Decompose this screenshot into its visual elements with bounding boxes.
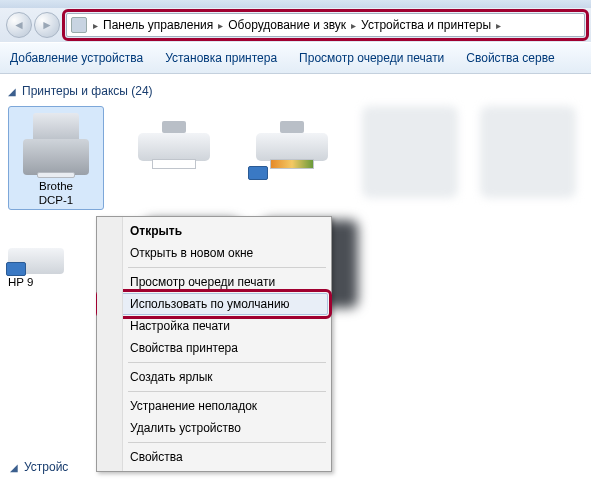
back-button[interactable]: ◄	[6, 12, 32, 38]
menu-open-new-window[interactable]: Открыть в новом окне	[100, 242, 328, 264]
menu-view-queue[interactable]: Просмотр очереди печати	[100, 271, 328, 293]
shared-badge-icon	[6, 262, 26, 276]
chevron-right-icon: ▸	[216, 20, 225, 31]
menu-properties[interactable]: Свойства	[100, 446, 328, 468]
context-menu: Открыть Открыть в новом окне Просмотр оч…	[96, 216, 332, 472]
printer-item[interactable]	[244, 106, 340, 210]
menu-separator	[128, 391, 326, 392]
menu-print-settings[interactable]: Настройка печати	[100, 315, 328, 337]
address-bar-row: ◄ ► ▸ Панель управления ▸ Оборудование и…	[0, 8, 591, 42]
devices-group-header[interactable]: ◢ Устройс	[10, 460, 68, 474]
menu-troubleshoot[interactable]: Устранение неполадок	[100, 395, 328, 417]
inkjet-photo-printer-icon	[256, 115, 328, 167]
device-label: BrotheDCP-1	[39, 179, 74, 207]
context-menu-gutter	[97, 217, 123, 471]
breadcrumb[interactable]: ▸ Панель управления ▸ Оборудование и зву…	[66, 13, 585, 37]
device-label: HP 9	[8, 276, 78, 288]
chevron-right-icon: ▸	[349, 20, 358, 31]
printers-group-title: Принтеры и факсы (24)	[22, 84, 153, 98]
command-bar: Добавление устройства Установка принтера…	[0, 42, 591, 74]
devices-group-title: Устройс	[24, 460, 68, 474]
breadcrumb-seg-control-panel[interactable]: Панель управления	[100, 18, 216, 32]
printer-item-blurred[interactable]	[480, 106, 576, 198]
chevron-right-icon: ▸	[494, 20, 503, 31]
printer-item[interactable]	[8, 226, 64, 274]
server-properties-button[interactable]: Свойства серве	[466, 51, 554, 65]
menu-separator	[128, 362, 326, 363]
collapse-icon: ◢	[10, 462, 18, 473]
menu-separator	[128, 267, 326, 268]
printer-item-blurred[interactable]	[362, 106, 458, 198]
menu-set-default[interactable]: Использовать по умолчанию	[100, 293, 328, 315]
chevron-right-icon: ▸	[91, 20, 100, 31]
breadcrumb-seg-devices-printers[interactable]: Устройства и принтеры	[358, 18, 494, 32]
shared-badge-icon	[248, 166, 268, 180]
collapse-icon: ◢	[8, 86, 16, 97]
add-printer-button[interactable]: Установка принтера	[165, 51, 277, 65]
location-icon	[71, 17, 87, 33]
inkjet-printer-icon	[138, 115, 210, 167]
menu-separator	[128, 442, 326, 443]
mfp-printer-icon	[23, 113, 89, 175]
printer-item[interactable]	[126, 106, 222, 210]
menu-remove-device[interactable]: Удалить устройство	[100, 417, 328, 439]
add-device-button[interactable]: Добавление устройства	[10, 51, 143, 65]
breadcrumb-seg-hardware-sound[interactable]: Оборудование и звук	[225, 18, 349, 32]
view-queue-button[interactable]: Просмотр очереди печати	[299, 51, 444, 65]
printers-group-header[interactable]: ◢ Принтеры и факсы (24)	[8, 84, 583, 98]
window-titlebar-strip	[0, 0, 591, 8]
menu-open[interactable]: Открыть	[100, 220, 328, 242]
menu-create-shortcut[interactable]: Создать ярлык	[100, 366, 328, 388]
menu-printer-properties[interactable]: Свойства принтера	[100, 337, 328, 359]
printer-item-selected[interactable]: BrotheDCP-1	[8, 106, 104, 210]
forward-button[interactable]: ►	[34, 12, 60, 38]
